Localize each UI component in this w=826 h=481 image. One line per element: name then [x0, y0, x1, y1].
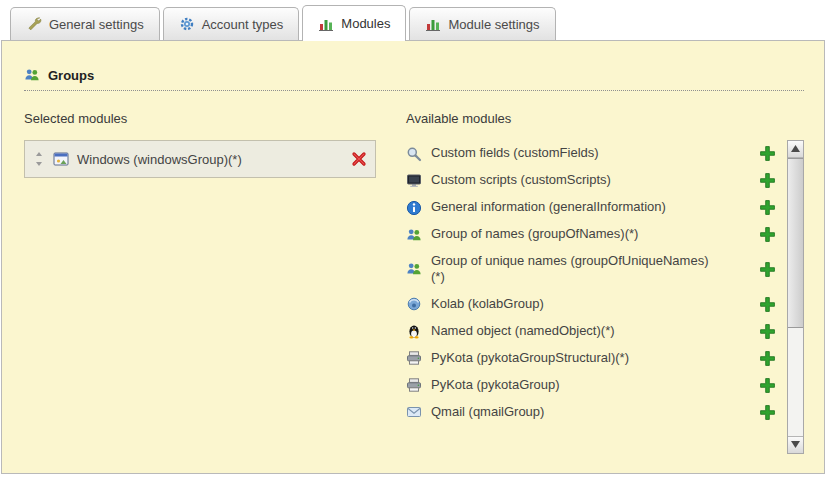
- selected-module-row: Windows (windowsGroup)(*): [33, 151, 367, 167]
- plus-icon: [759, 350, 776, 367]
- add-module-button[interactable]: [759, 404, 776, 421]
- module-label: Group of names (groupOfNames)(*): [431, 226, 717, 242]
- tab-label: Account types: [202, 17, 284, 32]
- tab-module-settings[interactable]: Module settings: [409, 7, 555, 40]
- add-module-button[interactable]: [759, 199, 776, 216]
- plus-icon: [759, 199, 776, 216]
- printer-icon: [406, 377, 422, 393]
- available-modules-title: Available modules: [406, 111, 804, 126]
- tab-account-types[interactable]: Account types: [163, 7, 300, 40]
- remove-module-button[interactable]: [351, 151, 367, 167]
- plus-icon: [759, 296, 776, 313]
- bar-chart-icon: [318, 16, 334, 32]
- tab-label: General settings: [49, 17, 144, 32]
- lam-configuration-page: General settings Account types Modules M…: [0, 0, 826, 481]
- plus-icon: [759, 323, 776, 340]
- scrollbar-track[interactable]: [788, 158, 803, 436]
- add-module-button[interactable]: [759, 377, 776, 394]
- add-module-button[interactable]: [759, 296, 776, 313]
- module-label: General information (generalInformation): [431, 199, 717, 215]
- module-label: PyKota (pykotaGroupStructural)(*): [431, 350, 717, 366]
- available-module-row: PyKota (pykotaGroup): [406, 372, 776, 399]
- vertical-scrollbar[interactable]: [787, 140, 804, 454]
- window-image-icon: [53, 151, 69, 167]
- gear-icon: [179, 16, 195, 32]
- group-icon: [406, 227, 422, 243]
- plus-icon: [759, 261, 776, 278]
- available-modules-list: Custom fields (customFields) Custom scri…: [406, 140, 804, 454]
- mail-icon: [406, 404, 422, 420]
- plus-icon: [759, 226, 776, 243]
- add-module-button[interactable]: [759, 261, 776, 278]
- bar-chart-icon: [425, 16, 441, 32]
- available-module-row: Group of names (groupOfNames)(*): [406, 221, 776, 248]
- available-module-row: Qmail (qmailGroup): [406, 399, 776, 426]
- tab-label: Module settings: [448, 17, 539, 32]
- groups-section-header: Groups: [24, 67, 804, 91]
- module-label: Kolab (kolabGroup): [431, 296, 717, 312]
- available-module-row: General information (generalInformation): [406, 194, 776, 221]
- modules-columns: Selected modules Windows (windowsGroup)(…: [24, 91, 804, 454]
- available-module-row: Named object (namedObject)(*): [406, 318, 776, 345]
- add-module-button[interactable]: [759, 172, 776, 189]
- available-module-row: PyKota (pykotaGroupStructural)(*): [406, 345, 776, 372]
- module-label: Named object (namedObject)(*): [431, 323, 717, 339]
- selected-modules-title: Selected modules: [24, 111, 406, 126]
- module-label: Custom fields (customFields): [431, 145, 717, 161]
- section-title: Groups: [48, 68, 94, 83]
- available-modules-column: Available modules Custom fields (customF…: [406, 91, 804, 454]
- drag-handle-icon[interactable]: [33, 151, 45, 167]
- plus-icon: [759, 145, 776, 162]
- tab-label: Modules: [341, 16, 390, 31]
- printer-icon: [406, 350, 422, 366]
- plus-icon: [759, 404, 776, 421]
- tab-bar: General settings Account types Modules M…: [0, 0, 826, 40]
- arrow-up-icon: [791, 145, 800, 152]
- add-module-button[interactable]: [759, 145, 776, 162]
- kolab-icon: [406, 296, 422, 312]
- arrow-down-icon: [791, 441, 800, 448]
- add-module-button[interactable]: [759, 323, 776, 340]
- module-label: Group of unique names (groupOfUniqueName…: [431, 253, 717, 286]
- module-label: Qmail (qmailGroup): [431, 404, 717, 420]
- red-x-icon: [351, 151, 367, 167]
- magnifier-icon: [406, 146, 422, 162]
- add-module-button[interactable]: [759, 226, 776, 243]
- wrench-icon: [26, 16, 42, 32]
- module-label: PyKota (pykotaGroup): [431, 377, 717, 393]
- tab-general-settings[interactable]: General settings: [10, 7, 160, 40]
- selected-modules-box: Windows (windowsGroup)(*): [24, 140, 376, 178]
- group-icon: [406, 261, 422, 277]
- screen-icon: [406, 173, 422, 189]
- available-module-row: Custom fields (customFields): [406, 140, 776, 167]
- available-module-row: Custom scripts (customScripts): [406, 167, 776, 194]
- content-panel: Groups Selected modules Windows (windows…: [1, 40, 825, 474]
- selected-module-label: Windows (windowsGroup)(*): [77, 152, 343, 167]
- penguin-icon: [406, 323, 422, 339]
- available-module-row: Group of unique names (groupOfUniqueName…: [406, 248, 776, 291]
- add-module-button[interactable]: [759, 350, 776, 367]
- plus-icon: [759, 172, 776, 189]
- selected-modules-column: Selected modules Windows (windowsGroup)(…: [24, 91, 406, 454]
- module-label: Custom scripts (customScripts): [431, 172, 717, 188]
- info-icon: [406, 200, 422, 216]
- plus-icon: [759, 377, 776, 394]
- groups-icon: [24, 67, 40, 83]
- scrollbar-down-button[interactable]: [788, 436, 803, 453]
- available-module-row: Kolab (kolabGroup): [406, 291, 776, 318]
- available-modules-rows: Custom fields (customFields) Custom scri…: [406, 140, 780, 454]
- scrollbar-thumb[interactable]: [788, 158, 803, 328]
- scrollbar-up-button[interactable]: [788, 141, 803, 158]
- tab-modules[interactable]: Modules: [302, 5, 406, 41]
